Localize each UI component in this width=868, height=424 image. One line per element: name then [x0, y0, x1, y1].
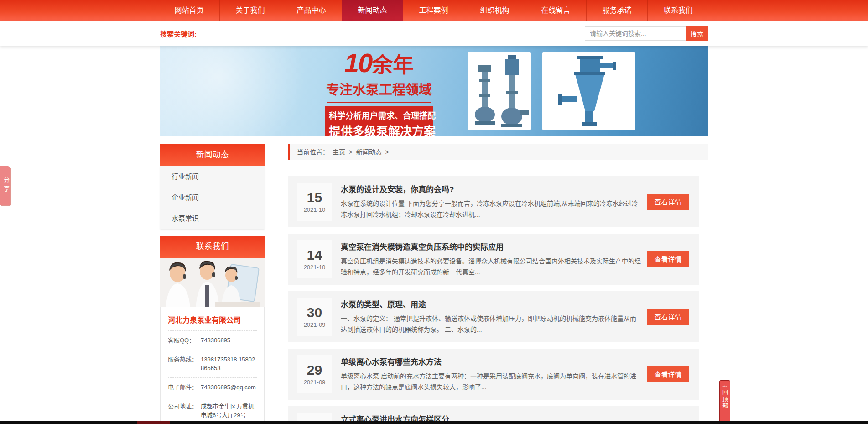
- breadcrumb: 当前位置： 主页 > 新闻动态 >: [288, 144, 708, 160]
- news-date-day: 15: [307, 190, 322, 205]
- news-date-month: 2021-10: [304, 264, 326, 271]
- site-header: 网站首页 关于我们 产品中心 新闻动态 工程案例 组织机构 在线留言 服务承诺 …: [0, 0, 868, 46]
- view-details-button[interactable]: 查看详情: [647, 366, 689, 382]
- contact-label: 客服QQ：: [168, 336, 201, 345]
- nav-item-home[interactable]: 网站首页: [159, 0, 220, 21]
- breadcrumb-separator: >: [385, 148, 389, 156]
- news-date-day: 30: [307, 305, 322, 320]
- banner-years-number: 10: [344, 48, 372, 78]
- banner-underline: [327, 102, 431, 103]
- news-excerpt: 一、水泵的定义： 通常把提升液体、输送液体或使液体增加压力，即把原动机的机械能变…: [341, 313, 642, 335]
- contact-label: 公司地址：: [168, 402, 201, 419]
- banner-pump-image-2: [542, 52, 635, 130]
- news-item-4: 29 2021-09 单级离心水泵有哪些充水方法 单级离心水泵 启动前的充水方法…: [288, 349, 699, 400]
- banner-slogan-line2: 提供多级泵解决方案: [329, 122, 429, 136]
- news-text-block: 水泵的类型、原理、用途 一、水泵的定义： 通常把提升液体、输送液体或使液体增加压…: [341, 298, 642, 335]
- view-details-button[interactable]: 查看详情: [647, 251, 689, 267]
- contact-row-address: 公司地址： 成都市金牛区万贯机电城6号大厅29号: [168, 397, 257, 424]
- news-item-1: 15 2021-10 水泵的设计及安装，你真的会吗? 水泵在系统的设计位置 下面…: [288, 176, 699, 227]
- nav-item-news[interactable]: 新闻动态: [342, 0, 403, 21]
- banner-slogan-line1: 科学分析用户需求、合理搭配: [329, 109, 429, 121]
- contact-label: 服务热线：: [168, 355, 201, 372]
- news-date-month: 2021-10: [304, 206, 326, 213]
- bottom-edge-bar: [0, 421, 868, 424]
- news-excerpt: 单级离心水泵 启动前的充水方法主要有两种：一种是采用装配底阀充水，底阀为单向阀，…: [341, 371, 642, 393]
- nav-item-products[interactable]: 产品中心: [281, 0, 342, 21]
- contact-title: 联系我们: [160, 236, 265, 258]
- news-list: 15 2021-10 水泵的设计及安装，你真的会吗? 水泵在系统的设计位置 下面…: [288, 176, 708, 424]
- nav-item-organization[interactable]: 组织机构: [464, 0, 525, 21]
- sidebar-item-pump-knowledge[interactable]: 水泵常识: [160, 208, 265, 229]
- back-to-top-button[interactable]: ︽ 回顶部: [719, 380, 730, 422]
- main-nav: 网站首页 关于我们 产品中心 新闻动态 工程案例 组织机构 在线留言 服务承诺 …: [0, 0, 868, 21]
- news-date-month: 2021-09: [304, 379, 326, 386]
- news-excerpt: 真空负压机组是消失模铸造技术的必要设备。淄博众人机械有限公司结合国内外相关技术及…: [341, 256, 642, 277]
- nav-item-message[interactable]: 在线留言: [525, 0, 587, 21]
- news-title[interactable]: 真空泵在消失模铸造真空负压系统中的实际应用: [341, 241, 642, 252]
- contact-info: 河北力泉泵业有限公司 客服QQ： 743306895 服务热线： 1398173…: [160, 307, 265, 424]
- contact-row-qq: 客服QQ： 743306895: [168, 331, 257, 350]
- contact-value: 743306895@qq.com: [201, 383, 257, 392]
- sidebar: 新闻动态 行业新闻 企业新闻 水泵常识 联系我们: [160, 144, 265, 424]
- customer-service-image: [160, 258, 265, 307]
- nav-item-contact[interactable]: 联系我们: [648, 0, 709, 21]
- news-date-day: 14: [307, 248, 322, 262]
- search-input[interactable]: [585, 26, 686, 41]
- news-item-3: 30 2021-09 水泵的类型、原理、用途 一、水泵的定义： 通常把提升液体、…: [288, 291, 699, 342]
- contact-label: 电子邮件：: [168, 383, 201, 392]
- news-date-box: 14 2021-10: [297, 240, 332, 278]
- company-name: 河北力泉泵业有限公司: [168, 312, 257, 331]
- news-category-box: 新闻动态 行业新闻 企业新闻 水泵常识: [160, 144, 265, 229]
- news-date-day: 29: [307, 363, 322, 377]
- news-title[interactable]: 水泵的设计及安装，你真的会吗?: [341, 183, 642, 194]
- news-date-box: 15 2021-10: [297, 183, 332, 221]
- search-bar: 搜索关键词: 搜索: [0, 21, 868, 46]
- breadcrumb-label: 当前位置：: [297, 148, 329, 156]
- back-to-top-label: 回顶部: [721, 389, 729, 410]
- search-keywords-label: 搜索关键词:: [160, 29, 197, 38]
- news-text-block: 水泵的设计及安装，你真的会吗? 水泵在系统的设计位置 下面为您分享一般而言，冷冻…: [341, 183, 642, 220]
- banner-pump-image-1: [468, 52, 531, 130]
- nav-item-service[interactable]: 服务承诺: [587, 0, 648, 21]
- breadcrumb-separator: >: [349, 148, 353, 156]
- main-area: 新闻动态 行业新闻 企业新闻 水泵常识 联系我们: [160, 144, 708, 424]
- contact-row-email: 电子邮件： 743306895@qq.com: [168, 378, 257, 397]
- double-up-chevron-icon: ︽: [722, 383, 727, 388]
- news-text-block: 真空泵在消失模铸造真空负压系统中的实际应用 真空负压机组是消失模铸造技术的必要设…: [341, 241, 642, 277]
- sidebar-item-industry-news[interactable]: 行业新闻: [160, 166, 265, 187]
- breadcrumb-home-link[interactable]: 主页: [333, 148, 345, 156]
- contact-row-hotline: 服务热线： 13981735318 15802865653: [168, 350, 257, 378]
- news-title[interactable]: 水泵的类型、原理、用途: [341, 298, 642, 309]
- news-text-block: 单级离心水泵有哪些充水方法 单级离心水泵 启动前的充水方法主要有两种：一种是采用…: [341, 356, 642, 393]
- contact-box: 联系我们: [160, 236, 265, 424]
- contact-value: 成都市金牛区万贯机电城6号大厅29号: [201, 402, 257, 419]
- news-title[interactable]: 单级离心水泵有哪些充水方法: [341, 356, 642, 367]
- bottom-edge-accent: [137, 421, 170, 424]
- banner-years-suffix: 余年: [372, 53, 414, 77]
- news-date-month: 2021-09: [304, 321, 326, 328]
- news-date-box: 30 2021-09: [297, 298, 332, 336]
- news-item-2: 14 2021-10 真空泵在消失模铸造真空负压系统中的实际应用 真空负压机组是…: [288, 234, 699, 285]
- contact-value: 13981735318 15802865653: [201, 355, 257, 372]
- share-button[interactable]: 分享: [0, 166, 10, 205]
- search-button[interactable]: 搜索: [686, 26, 708, 41]
- contact-value: 743306895: [201, 336, 257, 345]
- nav-item-cases[interactable]: 工程案例: [403, 0, 464, 21]
- breadcrumb-current-link[interactable]: 新闻动态: [356, 148, 382, 156]
- banner-text-block: 10余年 专注水泵工程领域 科学分析用户需求、合理搭配 提供多级泵解决方案: [320, 50, 438, 136]
- content-area: 当前位置： 主页 > 新闻动态 > 15 2021-10 水泵的设计及安装，你真…: [288, 144, 708, 424]
- banner-headline: 专注水泵工程领域: [320, 79, 438, 98]
- news-date-box: 29 2021-09: [297, 355, 332, 393]
- view-details-button[interactable]: 查看详情: [647, 309, 689, 325]
- nav-item-about[interactable]: 关于我们: [220, 0, 281, 21]
- banner-slogan-box: 科学分析用户需求、合理搭配 提供多级泵解决方案: [325, 106, 433, 136]
- view-details-button[interactable]: 查看详情: [647, 194, 689, 210]
- banner-years: 10余年: [320, 50, 438, 76]
- sidebar-item-company-news[interactable]: 企业新闻: [160, 187, 265, 208]
- news-excerpt: 水泵在系统的设计位置 下面为您分享一般而言，冷冻水泵应设在冷水机组前端,从末端回…: [341, 198, 642, 220]
- hero-banner: 10余年 专注水泵工程领域 科学分析用户需求、合理搭配 提供多级泵解决方案: [160, 46, 708, 136]
- news-nav-title: 新闻动态: [160, 144, 265, 166]
